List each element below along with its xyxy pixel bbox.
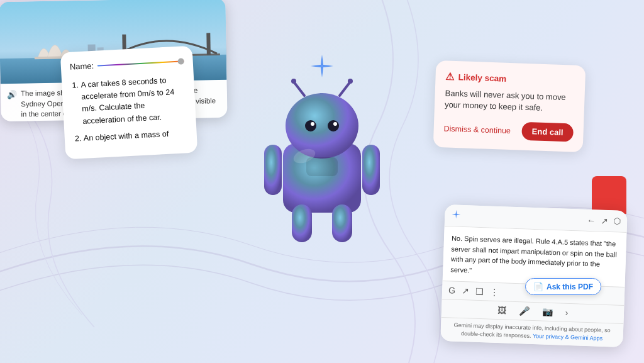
pdf-top-bar-icons: ← ↗ ⬡ (587, 215, 621, 226)
ask-pdf-button[interactable]: 📄 Ask this PDF (525, 278, 601, 295)
homework-item-1: A car takes 8 seconds to accelerate from… (80, 74, 187, 128)
pdf-bottom-icons[interactable]: G ↗ ❑ ⋮ (448, 285, 499, 297)
svg-point-5 (286, 93, 358, 159)
external-link-icon: ⬡ (613, 216, 621, 226)
scam-header: ⚠ Likely scam (445, 70, 575, 87)
name-label: Name: (69, 60, 94, 73)
end-call-button[interactable]: End call (521, 122, 574, 142)
svg-point-13 (333, 122, 337, 126)
pdf-red-accent (592, 176, 626, 214)
svg-point-10 (305, 120, 316, 131)
copy-icon[interactable]: ❑ (475, 286, 484, 296)
pdf-panel: ← ↗ ⬡ No. Spin serves are illegal. Rule … (440, 204, 627, 347)
android-mascot (253, 75, 391, 252)
warning-icon: ⚠ (445, 70, 455, 82)
dismiss-button[interactable]: Dismiss & continue (443, 124, 511, 135)
share-icon: ↗ (601, 215, 609, 225)
back-icon: ← (587, 215, 596, 225)
forward-icon[interactable]: › (565, 308, 568, 318)
svg-line-6 (294, 82, 304, 96)
mic-icon[interactable]: 🎤 (518, 306, 530, 316)
name-line (97, 60, 184, 66)
svg-point-12 (311, 122, 314, 126)
camera-icon[interactable]: 📷 (541, 306, 553, 317)
svg-point-9 (348, 79, 353, 84)
name-row: Name: (69, 55, 184, 73)
svg-rect-1 (362, 145, 380, 195)
svg-rect-0 (264, 145, 282, 195)
homework-list: A car takes 8 seconds to accelerate from… (70, 74, 188, 145)
svg-line-7 (340, 82, 350, 96)
homework-item-2: An object with a mass of (83, 127, 188, 145)
svg-point-8 (291, 79, 296, 84)
share-bottom-icon[interactable]: ↗ (462, 286, 470, 296)
homework-card: Name: A car takes 8 seconds to accelerat… (60, 46, 198, 160)
scam-title: Likely scam (458, 72, 506, 84)
image-icon[interactable]: 🖼 (497, 305, 506, 315)
privacy-link[interactable]: Your privacy & Gemini Apps (533, 332, 603, 341)
pdf-text: No. Spin serves are illegal. Rule 4.A.5 … (450, 234, 617, 274)
scam-actions: Dismiss & continue End call (443, 120, 574, 142)
svg-rect-3 (292, 204, 312, 242)
svg-rect-15 (306, 157, 338, 176)
scam-body: Banks will never ask you to move your mo… (445, 87, 575, 115)
pdf-icon: 📄 (533, 282, 543, 291)
more-icon[interactable]: ⋮ (490, 286, 499, 296)
gemini-sparkle (309, 53, 335, 82)
svg-rect-4 (332, 204, 352, 242)
google-icon[interactable]: G (448, 285, 455, 295)
scam-warning-card: ⚠ Likely scam Banks will never ask you t… (433, 60, 586, 153)
svg-point-11 (328, 120, 339, 131)
speaker-icon: 🔊 (7, 89, 17, 101)
svg-rect-21 (206, 33, 211, 55)
ask-pdf-label: Ask this PDF (547, 282, 593, 291)
gemini-icon (451, 209, 462, 222)
